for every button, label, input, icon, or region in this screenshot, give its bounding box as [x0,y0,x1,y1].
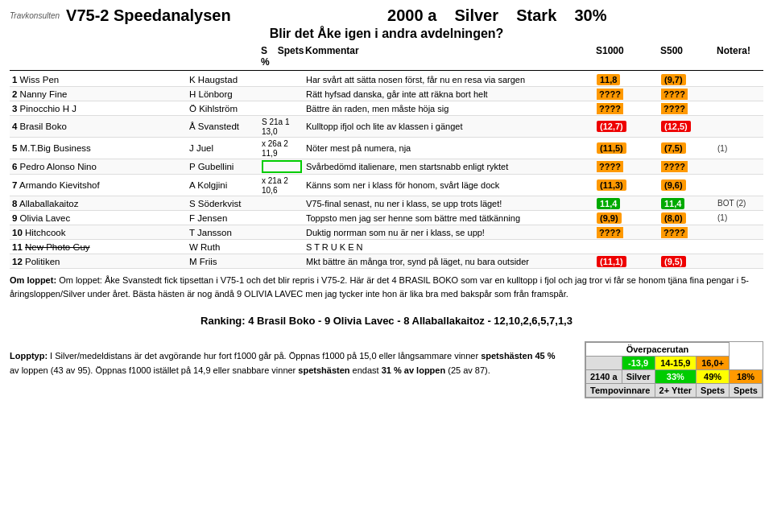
race-distance: 2000 a [387,6,436,24]
comment: Känns som ner i klass för honom, svårt l… [304,179,594,191]
table-row: 7 Armando Kievitshof A Kolgjini x 21a 2 … [10,175,763,196]
driver-name: H Lönborg [187,89,259,100]
horse-name-cell: 8 Allaballakaitoz [10,198,187,209]
driver-name: Ö Kihlström [187,103,259,114]
spets-cell [259,159,304,174]
col-spets: Spets [276,44,306,68]
legend-spets2: Spets [730,384,763,398]
col-name [10,44,187,68]
horse-name: M.T.Big Business [20,143,91,153]
s500-cell [659,246,715,248]
s1000-cell [594,246,659,248]
spets-cell [259,246,304,248]
score-badge: ???? [597,89,623,100]
s1000-cell: ???? [594,88,659,101]
bottom-section: Lopptyp: I Silver/medeldistans är det av… [10,335,763,398]
spets-cell [259,261,304,262]
horse-name-cell: 10 Hitchcook [10,227,187,238]
driver-name: S Söderkvist [187,198,259,209]
score-badge: ???? [597,227,623,238]
s500-cell: ???? [659,160,715,173]
race-type: Silver [455,6,498,24]
horse-name-cell: 11 New Photo Guy [10,241,187,253]
subtitle: Blir det Åke igen i andra avdelningen? [10,27,763,41]
score-badge: ???? [597,103,623,114]
col-driver [187,44,259,68]
comment: Rätt hyfsad danska, går inte att räkna b… [304,89,594,100]
horse-name: Hitchcook [25,228,66,237]
score-badge: (7,5) [661,142,686,154]
table-row: 8 Allaballakaitoz S Söderkvist V75-final… [10,196,763,211]
note-cell [715,246,763,248]
lopptyp-text: I Silver/medeldistans är det avgörande h… [10,351,555,375]
score-badge: ???? [661,89,688,100]
legend-spets1: Spets [697,384,730,398]
s1000-cell: ???? [594,102,659,115]
score-badge: 11,4 [661,198,684,209]
s1000-cell: (11,5) [594,142,659,155]
score-badge: (9,7) [661,74,686,85]
table-row: 2 Nanny Fine H Lönborg Rätt hyfsad dansk… [10,87,763,101]
legend-table: Överpacerutan -13,9 14-15,9 16,0+ 2140 a… [585,341,763,398]
spets-cell [259,79,304,80]
score-badge: (12,7) [597,121,626,132]
note-cell [715,126,763,127]
driver-name: J Juel [187,142,259,154]
s1000-cell: 11,4 [594,197,659,210]
s1000-cell: (9,9) [594,212,659,225]
driver-name: W Ruth [187,241,259,253]
footer-text-content: Om loppet: Åke Svanstedt fick tipsettan … [10,275,749,299]
table-row: 4 Brasil Boko Å Svanstedt S 21a 1 13,0 K… [10,116,763,138]
comment: Nöter mest på numera, nja [304,142,594,154]
spets-cell: x 26a 2 11,9 [259,138,304,159]
note-cell: (1) [715,143,763,154]
s500-cell: 11,4 [659,197,715,210]
table-row: 10 Hitchcook T Jansson Duktig norrman so… [10,225,763,240]
legend-pct3: 18% [730,370,763,384]
comment: Duktig norrman som nu är ner i klass, se… [304,227,594,238]
lopptyp-label: Lopptyp: [10,351,48,361]
driver-name: P Gubellini [187,161,259,172]
spets-cell [259,93,304,95]
logo: Travkonsulten [10,11,60,20]
s500-cell: (12,5) [659,120,715,133]
horse-name: New Photo Guy [25,242,90,252]
horse-table: 1 Wiss Pen K Haugstad Har svårt att sätt… [10,72,763,269]
driver-name: F Jensen [187,212,259,224]
s1000-cell: (12,7) [594,120,659,133]
spct-value: x 21a 2 [262,176,288,185]
score-badge: ???? [597,161,623,172]
horse-name-cell: 2 Nanny Fine [10,89,187,100]
table-row: 11 New Photo Guy W Ruth S T R U K E N [10,240,763,254]
legend-v1: -13,9 [622,357,655,370]
s1000-cell: 11,8 [594,73,659,86]
horse-number: 5 [12,143,17,153]
note-cell [715,166,763,167]
legend-ytter: 2+ Ytter [655,384,696,398]
s500-cell: ???? [659,226,715,239]
s500-cell: ???? [659,102,715,115]
score-badge: (11,5) [597,142,626,154]
horse-number: 9 [12,213,17,223]
s1000-cell: ???? [594,160,659,173]
spets-cell [259,203,304,204]
horse-name: Brasil Boko [20,122,67,131]
horse-number: 2 [12,89,17,99]
s1000-cell: ???? [594,226,659,239]
horse-name: Wiss Pen [20,75,60,85]
horse-name-cell: 3 Pinocchio H J [10,103,187,114]
spets-value: 10,6 [262,186,277,195]
spets-cell [259,217,304,219]
s500-cell: (7,5) [659,142,715,155]
comment: Toppsto men jag ser henne som bättre med… [304,212,594,224]
horse-number: 10 [12,228,23,237]
score-badge: ???? [661,103,688,114]
horse-name-cell: 1 Wiss Pen [10,74,187,85]
spets-cell: x 21a 2 10,6 [259,175,304,196]
score-badge: ???? [661,227,688,238]
table-row: 12 Politiken M Friis Mkt bättre än många… [10,254,763,269]
comment: Har svårt att sätta nosen först, får nu … [304,74,594,85]
horse-number: 4 [12,122,17,131]
horse-name-cell: 6 Pedro Alonso Nino [10,161,187,172]
s500-cell: (9,5) [659,255,715,268]
